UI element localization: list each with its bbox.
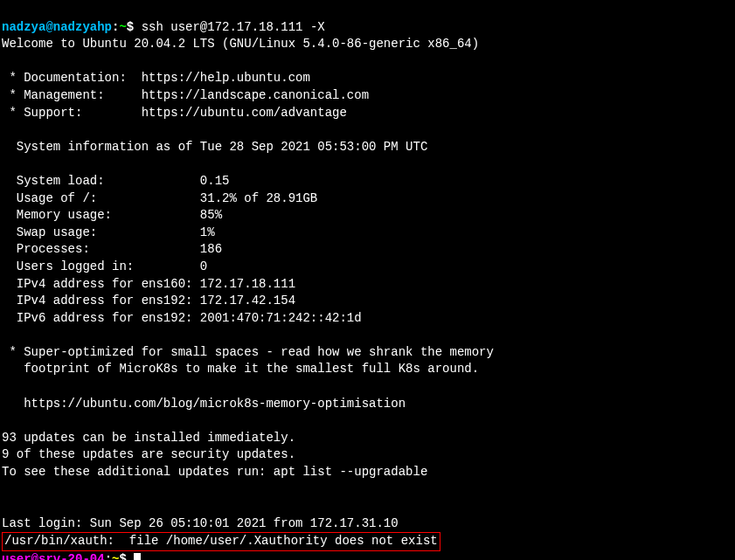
disk-usage-line: Usage of /: 31.2% of 28.91GB xyxy=(2,191,317,205)
doc-link-line: * Documentation: https://help.ubuntu.com xyxy=(2,71,310,85)
prompt-separator-remote: : xyxy=(105,552,112,560)
prompt-line-1: nadzya@nadzyahp:~$ ssh user@172.17.18.11… xyxy=(2,20,325,34)
microk8s-line1: * Super-optimized for small spaces - rea… xyxy=(2,345,494,359)
ipv4-ens160-line: IPv4 address for ens160: 172.17.18.111 xyxy=(2,277,295,291)
microk8s-url: https://ubuntu.com/blog/microk8s-memory-… xyxy=(2,397,406,411)
welcome-line: Welcome to Ubuntu 20.04.2 LTS (GNU/Linux… xyxy=(2,37,479,51)
ipv6-ens192-line: IPv6 address for ens192: 2001:470:71:242… xyxy=(2,311,362,325)
cursor[interactable] xyxy=(134,553,141,560)
last-login-line: Last login: Sun Sep 26 05:10:01 2021 fro… xyxy=(2,516,399,530)
memory-usage-line: Memory usage: 85% xyxy=(2,208,222,222)
prompt-dollar: $ xyxy=(127,20,142,34)
users-line: Users logged in: 0 xyxy=(2,259,207,273)
updates-line1: 93 updates can be installed immediately. xyxy=(2,431,295,445)
ipv4-ens192-line: IPv4 address for ens192: 172.17.42.154 xyxy=(2,294,295,308)
prompt-path: ~ xyxy=(119,20,126,34)
prompt-dollar-remote: $ xyxy=(119,552,134,560)
prompt-user: nadzya@nadzyahp xyxy=(2,20,112,34)
updates-line3: To see these additional updates run: apt… xyxy=(2,465,427,479)
support-link-line: * Support: https://ubuntu.com/advantage xyxy=(2,106,347,120)
system-load-line: System load: 0.15 xyxy=(2,174,229,188)
prompt-user-remote: user@srv-20-04 xyxy=(2,552,105,560)
swap-usage-line: Swap usage: 1% xyxy=(2,225,215,239)
microk8s-line2: footprint of MicroK8s to make it the sma… xyxy=(2,362,479,376)
mgmt-link-line: * Management: https://landscape.canonica… xyxy=(2,88,369,102)
prompt-line-2: user@srv-20-04:~$ xyxy=(2,552,141,560)
updates-line2: 9 of these updates are security updates. xyxy=(2,447,295,461)
terminal-output[interactable]: nadzya@nadzyahp:~$ ssh user@172.17.18.11… xyxy=(2,2,733,560)
xauth-error-line: /usr/bin/xauth: file /home/user/.Xauthor… xyxy=(2,532,440,551)
command-text: ssh user@172.17.18.111 -X xyxy=(142,20,325,34)
processes-line: Processes: 186 xyxy=(2,242,222,256)
sysinfo-header: System information as of Tue 28 Sep 2021… xyxy=(2,140,427,154)
